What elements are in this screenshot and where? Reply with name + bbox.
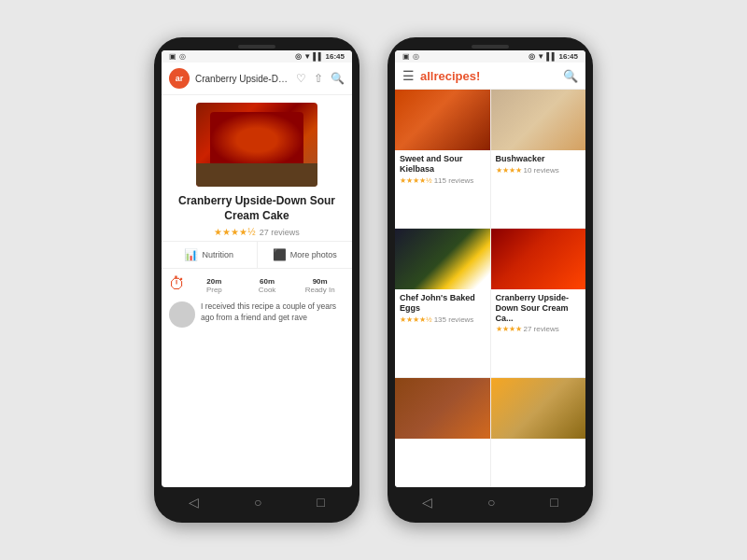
card-reviews-0: 115 reviews <box>434 176 474 185</box>
app2-toolbar: ☰ allrecipes! 🔍 <box>395 63 585 90</box>
recent-button-2[interactable]: □ <box>550 495 557 510</box>
card-title-2: Chef John's Baked Eggs <box>400 293 486 314</box>
prep-value: 20m <box>206 274 221 286</box>
nutrition-label: Nutrition <box>202 250 233 259</box>
status-time-1: 16:45 <box>326 52 345 61</box>
hamburger-menu[interactable]: ☰ <box>402 68 415 83</box>
recipe-card-3[interactable]: Cranberry Upside-Down Sour Cream Ca... ★… <box>491 229 586 377</box>
nav-bar-2: ◁ ○ □ <box>395 487 585 510</box>
app1-recipe-title-short: Cranberry Upside-Down S... <box>195 74 290 84</box>
allrecipes-logo: allrecipes! <box>420 69 557 83</box>
prep-time: 20m Prep <box>190 274 239 294</box>
card-image-0 <box>395 90 490 150</box>
card-stars-2: ★★★★½ <box>400 315 432 324</box>
nutrition-icon: 📊 <box>184 248 198 261</box>
review-text: I received this recipe a couple of years… <box>201 301 345 324</box>
photos-button[interactable]: ⬛ More photos <box>258 242 353 268</box>
card-info-4 <box>395 439 490 448</box>
card-reviews-2: 135 reviews <box>434 315 474 324</box>
recipe-image <box>196 103 317 187</box>
app1-toolbar: ar Cranberry Upside-Down S... ♡ ⇧ 🔍 <box>162 63 352 95</box>
card-info-5 <box>491 439 586 448</box>
recipe-rating: ★★★★½ 27 reviews <box>162 223 352 241</box>
avatar <box>169 301 195 328</box>
back-button-2[interactable]: ◁ <box>422 495 432 510</box>
ready-label: Ready In <box>305 286 335 294</box>
card-rating-2: ★★★★½ 135 reviews <box>400 315 486 324</box>
recipe-title: Cranberry Upside-Down Sour Cream Cake <box>162 194 352 223</box>
card-title-1: Bushwacker <box>496 154 582 164</box>
card-stars-0: ★★★★½ <box>400 176 432 185</box>
prep-label: Prep <box>206 286 222 294</box>
rating-stars: ★★★★½ <box>214 227 255 237</box>
status-left-1: ▣ ◎ <box>169 52 186 61</box>
review-count: 27 reviews <box>260 228 300 237</box>
card-rating-1: ★★★★ 10 reviews <box>496 166 582 175</box>
recipe-card-1[interactable]: Bushwacker ★★★★ 10 reviews <box>491 90 586 228</box>
status-icon-wifi: ▼ <box>303 52 311 61</box>
ready-value: 90m <box>313 274 328 286</box>
status-left-2: ▣ ◎ <box>402 52 419 61</box>
clock-icon: ⏱ <box>169 274 186 294</box>
card-title-3: Cranberry Upside-Down Sour Cream Ca... <box>496 293 582 323</box>
card-rating-0: ★★★★½ 115 reviews <box>400 176 486 185</box>
recipe-card-5[interactable] <box>491 378 586 487</box>
recipe-card-2[interactable]: Chef John's Baked Eggs ★★★★½ 135 reviews <box>395 229 490 377</box>
cook-value: 60m <box>260 274 275 286</box>
photos-icon: ⬛ <box>273 248 287 261</box>
card-reviews-1: 10 reviews <box>524 166 559 175</box>
photos-label: More photos <box>290 250 337 259</box>
home-button-1[interactable]: ○ <box>254 495 261 510</box>
card-reviews-3: 27 reviews <box>524 325 559 333</box>
heart-icon[interactable]: ♡ <box>296 72 306 85</box>
recent-button-1[interactable]: □ <box>317 495 324 510</box>
status-icon-battery-2: ▌▌ <box>546 52 557 61</box>
ready-time: 90m Ready In <box>295 274 345 294</box>
app1-logo: ar <box>169 68 190 89</box>
nav-bar-1: ◁ ○ □ <box>162 487 352 510</box>
status-icon-circle-2: ◎ <box>413 52 419 61</box>
app1-toolbar-icons: ♡ ⇧ 🔍 <box>296 72 345 85</box>
card-image-2 <box>395 229 490 289</box>
screen-2: ▣ ◎ ◎ ▼ ▌▌ 16:45 ☰ allrecipes! 🔍 Swe <box>395 50 585 487</box>
card-info-3: Cranberry Upside-Down Sour Cream Ca... ★… <box>491 289 586 337</box>
status-icon-circle: ◎ <box>179 52 186 61</box>
status-icon-sim-2: ▣ <box>402 52 410 61</box>
phone-1: ▣ ◎ ◎ ▼ ▌▌ 16:45 ar Cranberry Upside-Dow… <box>154 37 359 523</box>
card-rating-3: ★★★★ 27 reviews <box>496 325 582 333</box>
status-icon-battery: ▌▌ <box>313 52 323 61</box>
card-info-2: Chef John's Baked Eggs ★★★★½ 135 reviews <box>395 289 490 328</box>
card-image-1 <box>491 90 586 150</box>
status-bar-2: ▣ ◎ ◎ ▼ ▌▌ 16:45 <box>395 50 585 63</box>
status-icon-signal-2: ◎ <box>529 52 535 61</box>
status-right-2: ◎ ▼ ▌▌ 16:45 <box>529 52 578 61</box>
card-title-0: Sweet and Sour Kielbasa <box>400 154 486 175</box>
nutrition-button[interactable]: 📊 Nutrition <box>162 242 258 268</box>
search-icon-2[interactable]: 🔍 <box>563 69 578 83</box>
recipe-actions: 📊 Nutrition ⬛ More photos <box>162 241 352 269</box>
back-button-1[interactable]: ◁ <box>189 495 199 510</box>
cook-label: Cook <box>259 286 276 294</box>
screen-1: ▣ ◎ ◎ ▼ ▌▌ 16:45 ar Cranberry Upside-Dow… <box>162 50 352 487</box>
card-image-5 <box>491 378 586 439</box>
recipe-card-0[interactable]: Sweet and Sour Kielbasa ★★★★½ 115 review… <box>395 90 490 228</box>
status-time-2: 16:45 <box>559 52 578 61</box>
recipe-grid: Sweet and Sour Kielbasa ★★★★½ 115 review… <box>395 90 585 487</box>
cook-time: 60m Cook <box>243 274 292 294</box>
status-icon-wifi-2: ▼ <box>537 52 544 61</box>
card-info-1: Bushwacker ★★★★ 10 reviews <box>491 150 586 178</box>
recipe-times: ⏱ 20m Prep 60m Cook 90m Ready In <box>162 274 352 294</box>
share-icon[interactable]: ⇧ <box>314 72 323 85</box>
search-icon[interactable]: 🔍 <box>331 72 345 85</box>
card-stars-1: ★★★★ <box>496 166 522 175</box>
review-section: I received this recipe a couple of years… <box>162 301 352 328</box>
card-stars-3: ★★★★ <box>496 325 522 333</box>
card-info-0: Sweet and Sour Kielbasa ★★★★½ 115 review… <box>395 150 490 189</box>
phone-2: ▣ ◎ ◎ ▼ ▌▌ 16:45 ☰ allrecipes! 🔍 Swe <box>388 37 593 523</box>
home-button-2[interactable]: ○ <box>487 495 495 510</box>
status-icon-signal: ◎ <box>295 52 302 61</box>
status-bar-1: ▣ ◎ ◎ ▼ ▌▌ 16:45 <box>162 50 352 63</box>
status-right-1: ◎ ▼ ▌▌ 16:45 <box>295 52 345 61</box>
card-image-3 <box>491 229 586 289</box>
recipe-card-4[interactable] <box>395 378 490 487</box>
